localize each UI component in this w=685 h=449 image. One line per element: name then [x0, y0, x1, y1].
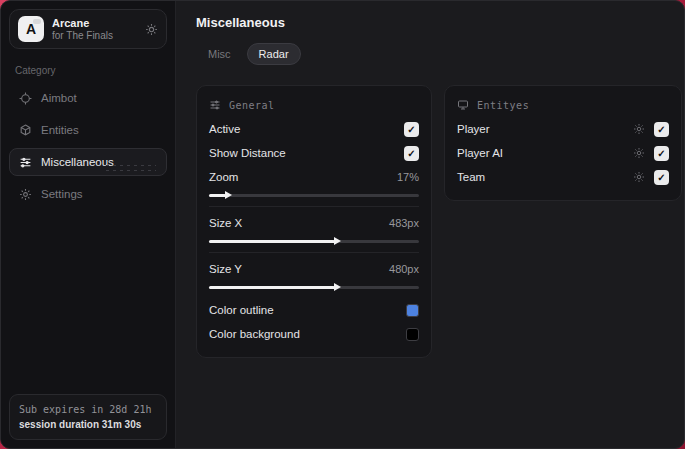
tab-radar[interactable]: Radar	[247, 43, 301, 65]
divider	[209, 206, 419, 207]
sidebar-item-entities[interactable]: Entities	[9, 116, 167, 144]
slider-value: 483px	[389, 217, 419, 229]
tab-bar: Misc Radar	[196, 43, 682, 65]
slider-label: Size X	[209, 217, 242, 229]
entities-panel: Entityes Player P	[444, 85, 682, 201]
crosshair-icon	[19, 92, 32, 105]
subscription-status-card: Sub expires in 28d 21h session duration …	[9, 394, 167, 440]
sidebar-item-miscellaneous[interactable]: Miscellaneous	[9, 148, 167, 176]
sliders-icon	[19, 156, 32, 169]
player-settings-gear-icon[interactable]	[633, 123, 645, 135]
color-row-background: Color background	[209, 322, 419, 346]
session-duration-text: session duration 31m 30s	[19, 417, 157, 432]
cube-icon	[19, 124, 32, 137]
toggle-row-active: Active	[209, 117, 419, 141]
general-panel: General Active Show Distance Zoom 17%	[196, 85, 432, 358]
panels-row: General Active Show Distance Zoom 17%	[196, 85, 682, 358]
size-y-slider[interactable]	[209, 286, 419, 289]
entity-row-player: Player	[457, 117, 669, 141]
sliders-horizontal-icon	[209, 99, 221, 111]
player-ai-settings-gear-icon[interactable]	[633, 147, 645, 159]
size-x-slider[interactable]	[209, 240, 419, 243]
app-subtitle: for The Finals	[52, 30, 137, 42]
zoom-slider-fill[interactable]	[209, 194, 226, 197]
entity-row-team: Team	[457, 165, 669, 189]
general-panel-header: General	[209, 95, 419, 117]
slider-value: 17%	[397, 171, 419, 183]
page-title: Miscellaneous	[196, 15, 682, 30]
gear-icon	[19, 188, 32, 201]
size-x-slider-fill[interactable]	[209, 240, 335, 243]
slider-label: Size Y	[209, 263, 242, 275]
slider-row-zoom: Zoom 17%	[209, 165, 419, 189]
sidebar-item-label: Aimbot	[41, 92, 77, 104]
color-row-outline: Color outline	[209, 298, 419, 322]
divider	[209, 252, 419, 253]
sub-expiry-text: Sub expires in 28d 21h	[19, 402, 157, 417]
entity-label: Player	[457, 123, 490, 135]
profile-card[interactable]: A Arcane for The Finals	[9, 9, 167, 49]
sidebar-item-label: Miscellaneous	[41, 156, 114, 168]
sidebar-item-settings[interactable]: Settings	[9, 180, 167, 208]
sidebar-item-label: Settings	[41, 188, 83, 200]
category-label: Category	[15, 65, 161, 76]
slider-row-size-x: Size X 483px	[209, 211, 419, 235]
app-logo: A	[18, 16, 44, 42]
color-label: Color background	[209, 328, 300, 340]
monitor-icon	[457, 99, 469, 111]
entity-row-player-ai: Player AI	[457, 141, 669, 165]
entity-label: Team	[457, 171, 485, 183]
toggle-label: Show Distance	[209, 147, 286, 159]
player-ai-checkbox[interactable]	[654, 146, 669, 161]
sidebar: A Arcane for The Finals Category Aimbot	[1, 1, 176, 448]
color-label: Color outline	[209, 304, 274, 316]
show-distance-checkbox[interactable]	[404, 146, 419, 161]
profile-gear-icon[interactable]	[145, 23, 158, 36]
zoom-slider[interactable]	[209, 194, 419, 197]
toggle-label: Active	[209, 123, 240, 135]
team-checkbox[interactable]	[654, 170, 669, 185]
slider-label: Zoom	[209, 171, 238, 183]
size-y-slider-fill[interactable]	[209, 286, 335, 289]
entities-panel-title: Entityes	[477, 100, 529, 111]
team-settings-gear-icon[interactable]	[633, 171, 645, 183]
background-color-swatch[interactable]	[406, 328, 419, 341]
app-name: Arcane	[52, 17, 137, 30]
sidebar-item-aimbot[interactable]: Aimbot	[9, 84, 167, 112]
entity-label: Player AI	[457, 147, 503, 159]
slider-row-size-y: Size Y 480px	[209, 257, 419, 281]
tab-misc[interactable]: Misc	[196, 43, 243, 65]
app-window: A Arcane for The Finals Category Aimbot	[0, 0, 685, 449]
active-checkbox[interactable]	[404, 122, 419, 137]
sidebar-item-label: Entities	[41, 124, 79, 136]
general-panel-title: General	[229, 100, 275, 111]
slider-value: 480px	[389, 263, 419, 275]
outline-color-swatch[interactable]	[406, 304, 419, 317]
player-checkbox[interactable]	[654, 122, 669, 137]
entities-panel-header: Entityes	[457, 95, 669, 117]
profile-text: Arcane for The Finals	[52, 17, 137, 41]
main-content: Miscellaneous Misc Radar General	[176, 1, 685, 448]
toggle-row-show-distance: Show Distance	[209, 141, 419, 165]
